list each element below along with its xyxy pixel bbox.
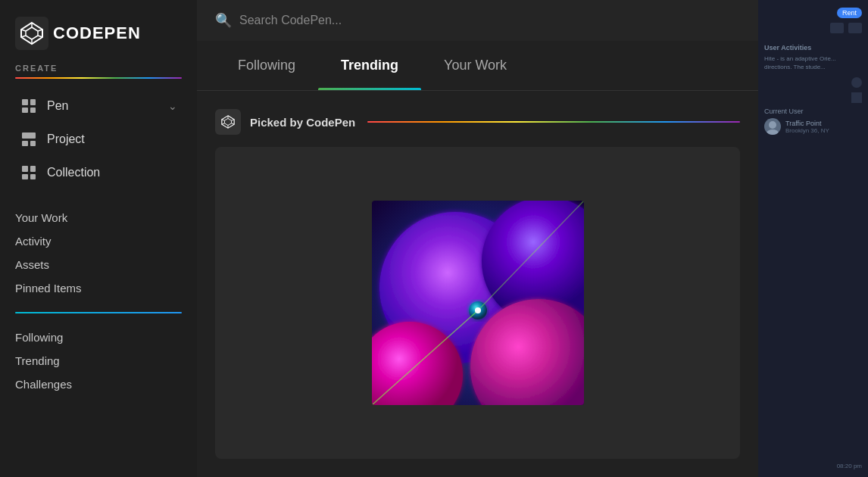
sidebar-link-your-work[interactable]: Your Work [15, 206, 182, 229]
sidebar-bottom-links: Following Trending Challenges [0, 321, 197, 401]
svg-point-28 [769, 121, 776, 129]
sidebar-link-activity[interactable]: Activity [15, 229, 182, 253]
project-icon [20, 130, 38, 148]
location: Brooklyn 36, NY [785, 127, 829, 134]
sidebar-link-challenges[interactable]: Challenges [15, 373, 182, 396]
rp-icons-row [764, 23, 862, 33]
sidebar-link-pinned-items[interactable]: Pinned Items [15, 276, 182, 300]
tab-trending[interactable]: Trending [318, 41, 421, 90]
sidebar-link-following[interactable]: Following [15, 326, 182, 349]
tab-your-work[interactable]: Your Work [421, 41, 529, 90]
sidebar-item-collection[interactable]: Collection [15, 156, 182, 189]
card-thumbnail[interactable] [372, 201, 584, 405]
avatar [764, 118, 781, 135]
tabs-area: Following Trending Your Work [197, 41, 758, 91]
project-label: Project [47, 132, 177, 146]
picked-header: Picked by CodePen [215, 109, 740, 135]
current-user-label: Current User [764, 108, 862, 115]
timestamp: 08:20 pm [764, 463, 862, 469]
search-input[interactable] [239, 14, 740, 27]
picked-label: Picked by CodePen [250, 116, 355, 129]
user-info: Traffic Point Brooklyn 36, NY [785, 120, 829, 134]
svg-rect-0 [15, 17, 48, 50]
sidebar-item-pen[interactable]: Pen ⌄ [15, 89, 182, 123]
sidebar: CODEPEN CREATE Pen ⌄ Project [0, 0, 197, 477]
rent-badge: Rent [837, 8, 862, 18]
sidebar-link-assets[interactable]: Assets [15, 253, 182, 276]
svg-point-29 [767, 129, 779, 135]
logo-text: CODEPEN [53, 23, 141, 43]
search-bar-area: 🔍 [197, 0, 758, 41]
home-icon [851, 92, 862, 103]
collection-label: Collection [47, 166, 177, 179]
sidebar-nav-links: Your Work Activity Assets Pinned Items [0, 201, 197, 304]
avatar-row: Traffic Point Brooklyn 36, NY [764, 118, 862, 135]
sidebar-blue-divider [15, 312, 182, 313]
card-area [215, 147, 740, 459]
right-panel-header-row: Rent [764, 8, 862, 18]
collection-icon [20, 164, 38, 182]
username: Traffic Point [785, 120, 829, 127]
codepen-picked-logo [215, 109, 241, 135]
create-rainbow-bar [15, 77, 182, 79]
user-activities-title: User Activities [764, 44, 862, 51]
pen-icon [20, 97, 38, 115]
svg-marker-10 [224, 118, 231, 125]
main-content: 🔍 Following Trending Your Work [197, 0, 758, 477]
pen-label: Pen [47, 99, 168, 113]
right-panel: Rent User Activities Hite - is an adapti… [758, 0, 868, 477]
create-section: CREATE Pen ⌄ Project [0, 64, 197, 189]
rp-icon-2 [848, 23, 862, 33]
codepen-logo-icon [15, 17, 48, 50]
logo-area: CODEPEN [0, 0, 197, 64]
sidebar-link-trending[interactable]: Trending [15, 349, 182, 373]
sidebar-item-project[interactable]: Project [15, 123, 182, 156]
chevron-down-icon: ⌄ [168, 100, 177, 112]
picked-rainbow-line [367, 121, 740, 123]
content-area: Picked by CodePen [197, 91, 758, 477]
user-activities-text: Hite - is an adaptive Orie... directions… [764, 55, 862, 71]
create-label: CREATE [15, 64, 182, 73]
search-icon: 🔍 [215, 12, 232, 29]
settings-icon [851, 77, 862, 88]
tab-following[interactable]: Following [215, 41, 318, 90]
rp-icon-1 [830, 23, 844, 33]
